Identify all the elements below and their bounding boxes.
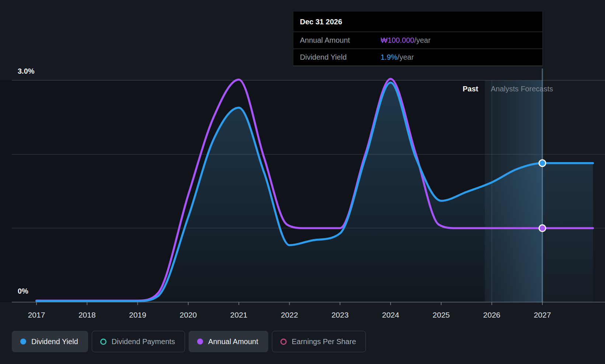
- legend-label: Dividend Yield: [31, 337, 78, 346]
- legend-label: Dividend Payments: [112, 337, 175, 346]
- x-tick-label-2024: 2024: [382, 311, 399, 319]
- chart-legend: Dividend Yield Dividend Payments Annual …: [12, 331, 366, 352]
- dividend-yield-marker[interactable]: [539, 160, 546, 167]
- tooltip-row-annual-amount: Annual Amount ₩100.000/year: [293, 32, 542, 49]
- tooltip-label: Dividend Yield: [300, 53, 381, 62]
- tooltip-row-dividend-yield: Dividend Yield 1.9%/year: [293, 49, 542, 66]
- legend-button-earnings-per-share[interactable]: Earnings Per Share: [272, 331, 366, 352]
- earnings-per-share-ring-icon: [280, 339, 287, 345]
- x-tick-label-2017: 2017: [28, 311, 45, 319]
- x-tick-label-2019: 2019: [129, 311, 146, 319]
- legend-label: Annual Amount: [208, 337, 258, 346]
- x-tick-label-2021: 2021: [230, 311, 248, 319]
- legend-button-dividend-yield[interactable]: Dividend Yield: [12, 331, 88, 352]
- tooltip-value-suffix: /year: [398, 53, 414, 61]
- forecast-highlight-band: [485, 80, 542, 302]
- tooltip-value: ₩100.000: [381, 36, 414, 44]
- analysts-forecasts-region-label: Analysts Forecasts: [491, 85, 553, 93]
- tooltip-value: 1.9%: [381, 53, 398, 61]
- tooltip-label: Annual Amount: [300, 36, 381, 45]
- chart-tooltip: Dec 31 2026 Annual Amount ₩100.000/year …: [293, 11, 543, 66]
- annual-amount-dot-icon: [197, 339, 203, 344]
- x-tick-label-2025: 2025: [433, 311, 450, 319]
- annual-amount-marker[interactable]: [539, 225, 546, 231]
- dividend-payments-ring-icon: [100, 339, 106, 345]
- legend-label: Earnings Per Share: [292, 337, 356, 346]
- x-tick-label-2027: 2027: [534, 311, 551, 319]
- x-tick-label-2022: 2022: [281, 311, 298, 319]
- dividend-history-chart-panel: 2017201820192020202120222023202420252026…: [0, 0, 605, 364]
- x-tick-label-2020: 2020: [180, 311, 197, 319]
- tooltip-date: Dec 31 2026: [293, 11, 542, 32]
- legend-button-annual-amount[interactable]: Annual Amount: [189, 331, 268, 352]
- y-axis-top-label: 3.0%: [18, 67, 35, 76]
- dividend-yield-dot-icon: [20, 339, 26, 344]
- past-region-label: Past: [463, 85, 478, 93]
- tooltip-value-suffix: /year: [414, 36, 430, 44]
- x-tick-label-2026: 2026: [483, 311, 500, 319]
- x-tick-label-2018: 2018: [78, 311, 96, 319]
- y-axis-zero-label: 0%: [18, 287, 28, 295]
- legend-button-dividend-payments[interactable]: Dividend Payments: [92, 331, 185, 352]
- x-tick-label-2023: 2023: [331, 311, 349, 319]
